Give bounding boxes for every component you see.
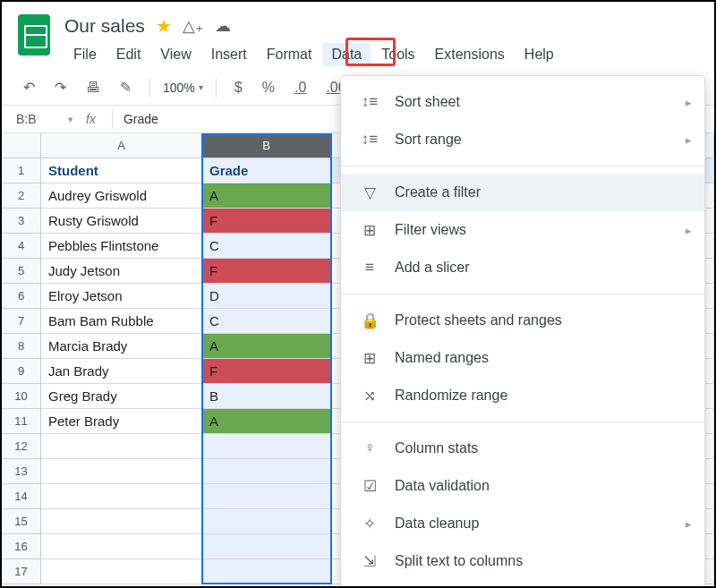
row-header[interactable]: 2: [2, 183, 41, 209]
menuitem-data-validation[interactable]: ☑ Data validation: [341, 467, 704, 505]
cell-grade[interactable]: A: [202, 334, 331, 359]
menu-view[interactable]: View: [151, 43, 200, 66]
cell-student[interactable]: Marcia Brady: [41, 334, 202, 359]
undo-icon[interactable]: ↶: [18, 75, 40, 99]
cell-student[interactable]: Rusty Griswold: [41, 209, 202, 234]
menuitem-protect-sheets[interactable]: 🔒 Protect sheets and ranges: [341, 302, 704, 339]
menu-data[interactable]: Data: [322, 43, 371, 66]
menu-bar: File Edit View Insert Format Data Tools …: [64, 43, 700, 66]
menuitem-add-slicer[interactable]: ≡ Add a slicer: [341, 249, 704, 286]
star-icon[interactable]: ★: [156, 15, 172, 37]
column-header-a[interactable]: A: [41, 133, 202, 158]
row-header[interactable]: 15: [2, 509, 41, 534]
sort-range-icon: ↕≡: [357, 131, 382, 149]
menuitem-named-ranges[interactable]: ⊞ Named ranges: [341, 339, 704, 377]
cell-grade[interactable]: B: [202, 384, 331, 409]
row-header[interactable]: 17: [2, 559, 41, 584]
sheets-logo-icon[interactable]: [18, 14, 50, 55]
row-header[interactable]: 8: [2, 334, 41, 359]
menu-edit[interactable]: Edit: [107, 43, 150, 66]
cell-student[interactable]: Elroy Jetson: [41, 284, 202, 309]
cell-grade[interactable]: [202, 534, 331, 559]
cell-grade[interactable]: [202, 434, 331, 459]
lightbulb-icon: ♀: [357, 439, 382, 457]
fx-label: fx: [86, 112, 96, 126]
cell-grade[interactable]: A: [202, 409, 331, 434]
data-validation-icon: ☑: [357, 477, 382, 496]
decrease-decimal[interactable]: .0: [289, 76, 311, 99]
row-header[interactable]: 12: [2, 434, 41, 459]
row-header[interactable]: 14: [2, 484, 41, 509]
row-header[interactable]: 9: [2, 359, 41, 384]
row-header[interactable]: 4: [2, 234, 41, 259]
cell-grade[interactable]: F: [202, 259, 331, 284]
cell-grade[interactable]: Grade: [202, 158, 331, 183]
named-ranges-icon: ⊞: [357, 349, 382, 368]
cell-student[interactable]: [41, 434, 202, 459]
zoom-selector[interactable]: 100%▾: [163, 81, 203, 95]
cell-grade[interactable]: [202, 459, 331, 484]
menuitem-split-text[interactable]: ⇲ Split text to columns: [341, 542, 704, 580]
cell-student[interactable]: Bam Bam Rubble: [41, 309, 202, 334]
menu-tools[interactable]: Tools: [372, 43, 423, 66]
name-box[interactable]: B:B: [14, 109, 68, 129]
menu-help[interactable]: Help: [516, 43, 563, 66]
formula-input[interactable]: Grade: [124, 112, 158, 126]
cell-student[interactable]: Jan Brady: [41, 359, 202, 384]
name-box-dropdown-icon[interactable]: ▾: [68, 114, 73, 125]
document-title[interactable]: Our sales: [64, 15, 145, 37]
menuitem-filter-views[interactable]: ⊞ Filter views ▸: [341, 211, 704, 249]
row-header[interactable]: 3: [2, 209, 41, 234]
menu-insert[interactable]: Insert: [202, 43, 256, 66]
row-header[interactable]: 16: [2, 534, 41, 559]
cell-student[interactable]: Judy Jetson: [41, 259, 202, 284]
slicer-icon: ≡: [357, 259, 382, 277]
row-header[interactable]: 11: [2, 409, 41, 434]
cell-grade[interactable]: A: [202, 183, 331, 209]
cell-grade[interactable]: F: [202, 359, 331, 384]
redo-icon[interactable]: ↷: [49, 75, 72, 99]
row-header[interactable]: 6: [2, 284, 41, 309]
format-percent[interactable]: %: [257, 76, 280, 99]
move-icon[interactable]: △₊: [183, 16, 204, 36]
cloud-status-icon[interactable]: ☁: [215, 16, 231, 36]
cell-student[interactable]: [41, 559, 202, 584]
row-header[interactable]: 1: [2, 158, 41, 183]
column-header-b[interactable]: B: [202, 133, 331, 158]
cell-student[interactable]: [41, 459, 202, 484]
cell-grade[interactable]: C: [202, 309, 331, 334]
menuitem-column-stats[interactable]: ♀ Column stats: [341, 430, 704, 467]
menuitem-sort-sheet[interactable]: ↕≡ Sort sheet ▸: [341, 83, 704, 121]
cell-student[interactable]: [41, 509, 202, 534]
cell-grade[interactable]: [202, 559, 331, 584]
cell-grade[interactable]: D: [202, 284, 331, 309]
menuitem-randomize-range[interactable]: ⤭ Randomize range: [341, 377, 704, 414]
select-all-corner[interactable]: [2, 133, 41, 158]
menuitem-sort-range[interactable]: ↕≡ Sort range ▸: [341, 121, 704, 158]
cell-student[interactable]: Greg Brady: [41, 384, 202, 409]
cell-grade[interactable]: [202, 484, 331, 509]
row-header[interactable]: 13: [2, 459, 41, 484]
sort-sheet-icon: ↕≡: [357, 93, 382, 111]
row-header[interactable]: 10: [2, 384, 41, 409]
cell-student[interactable]: Pebbles Flintstone: [41, 234, 202, 259]
cell-grade[interactable]: [202, 509, 331, 534]
cell-grade[interactable]: F: [202, 209, 331, 234]
cell-student[interactable]: Student: [41, 158, 202, 183]
paint-format-icon[interactable]: ✎: [115, 75, 137, 99]
menu-file[interactable]: File: [64, 43, 106, 66]
cell-student[interactable]: [41, 534, 202, 559]
cell-student[interactable]: [41, 484, 202, 509]
menu-format[interactable]: Format: [258, 43, 321, 66]
menu-extensions[interactable]: Extensions: [426, 43, 514, 66]
cell-grade[interactable]: C: [202, 234, 331, 259]
menuitem-create-filter[interactable]: ▽ Create a filter: [341, 174, 704, 211]
cell-student[interactable]: Peter Brady: [41, 409, 202, 434]
submenu-arrow-icon: ▸: [686, 517, 692, 531]
cell-student[interactable]: Audrey Griswold: [41, 183, 202, 209]
row-header[interactable]: 5: [2, 259, 41, 284]
menuitem-data-cleanup[interactable]: ✧ Data cleanup ▸: [341, 505, 704, 542]
print-icon[interactable]: 🖶: [81, 76, 106, 99]
format-currency[interactable]: $: [229, 76, 248, 99]
row-header[interactable]: 7: [2, 309, 41, 334]
